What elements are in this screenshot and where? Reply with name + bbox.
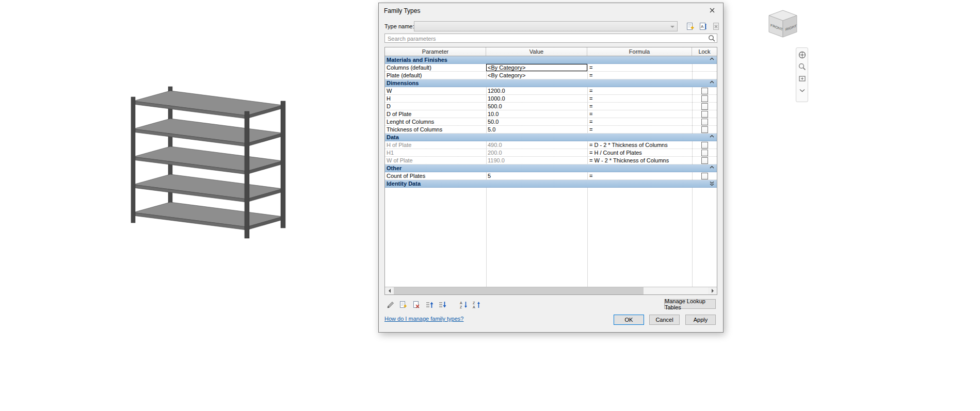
parameter-name[interactable]: H of Plate <box>385 141 486 149</box>
parameter-value[interactable]: <By Category> <box>486 64 587 71</box>
parameter-formula[interactable]: = D - 2 * Thickness of Columns <box>587 141 692 149</box>
parameter-name[interactable]: Thickness of Columns <box>385 126 486 133</box>
section-header-data[interactable]: Data <box>385 134 717 141</box>
parameter-formula[interactable]: = <box>587 118 692 125</box>
lock-checkbox[interactable] <box>701 126 708 133</box>
parameter-formula[interactable]: = <box>587 95 692 102</box>
parameter-name[interactable]: W of Plate <box>385 157 486 164</box>
param-row-w: W1200.0= <box>385 87 717 95</box>
type-name-combobox <box>414 21 678 31</box>
chevron-down-icon[interactable] <box>797 86 807 95</box>
parameter-formula[interactable]: = W - 2 * Thickness of Columns <box>587 157 692 164</box>
new-type-button[interactable] <box>685 21 696 31</box>
zoom-icon[interactable] <box>797 62 807 71</box>
parameter-value[interactable]: 1190.0 <box>486 157 587 164</box>
header-lock[interactable]: Lock <box>692 47 717 56</box>
lock-checkbox[interactable] <box>701 157 708 164</box>
expanded-chevron-icon[interactable] <box>710 80 714 84</box>
section-header-materials-and-finishes[interactable]: Materials and Finishes <box>385 56 717 64</box>
delete-type-button[interactable] <box>711 21 721 31</box>
rename-type-icon: A <box>699 22 708 31</box>
parameter-formula[interactable]: = <box>587 172 692 179</box>
lock-checkbox[interactable] <box>701 95 708 102</box>
scroll-thumb[interactable] <box>394 287 644 294</box>
steering-wheel-icon[interactable] <box>797 50 807 59</box>
svg-text:A: A <box>460 301 462 305</box>
sort-ascending-button[interactable]: A Z <box>458 300 469 310</box>
parameter-value[interactable]: 5 <box>486 172 587 179</box>
search-input[interactable] <box>387 35 708 43</box>
parameter-formula[interactable]: = <box>587 110 692 118</box>
expanded-chevron-icon[interactable] <box>710 57 714 60</box>
parameter-value[interactable]: 50.0 <box>486 118 587 125</box>
dialog-titlebar[interactable]: Family Types <box>379 3 723 18</box>
parameter-value[interactable]: 500.0 <box>486 103 587 110</box>
move-up-button[interactable] <box>424 300 435 310</box>
parameter-formula[interactable]: = <box>587 72 692 79</box>
section-title: Other <box>385 165 401 171</box>
parameter-name[interactable]: W <box>385 87 486 94</box>
param-row-count-of-plates: Count of Plates5= <box>385 172 717 180</box>
parameter-name[interactable]: D of Plate <box>385 110 486 118</box>
param-row-h-of-plate: H of Plate490.0= D - 2 * Thickness of Co… <box>385 141 717 149</box>
cancel-button[interactable]: Cancel <box>649 315 680 325</box>
header-value[interactable]: Value <box>486 47 587 56</box>
apply-button[interactable]: Apply <box>685 315 716 325</box>
horizontal-scrollbar[interactable] <box>385 287 717 294</box>
parameter-value[interactable]: 1200.0 <box>486 87 587 94</box>
parameter-value[interactable]: 10.0 <box>486 110 587 118</box>
expanded-chevron-icon[interactable] <box>710 166 714 169</box>
svg-text:A: A <box>473 305 475 309</box>
scroll-left-button[interactable] <box>385 287 394 294</box>
new-parameter-button[interactable] <box>398 300 409 310</box>
parameter-name[interactable]: Count of Plates <box>385 172 486 179</box>
parameter-table: Parameter Value Formula Lock Materials a… <box>384 47 717 295</box>
parameter-formula[interactable]: = <box>587 126 692 133</box>
close-button[interactable] <box>703 5 721 16</box>
sort-descending-button[interactable]: Z A <box>471 300 481 310</box>
lock-checkbox[interactable] <box>701 142 708 149</box>
parameter-formula[interactable]: = H / Count of Plates <box>587 149 692 156</box>
parameter-name[interactable]: Lenght of Columns <box>385 118 486 125</box>
parameter-formula[interactable]: = <box>587 103 692 110</box>
parameter-value[interactable]: <By Category> <box>486 72 587 79</box>
parameter-name[interactable]: Plate (default) <box>385 72 486 79</box>
parameter-name[interactable]: Columns (default) <box>385 64 486 71</box>
header-parameter[interactable]: Parameter <box>385 47 486 56</box>
parameter-value[interactable]: 1000.0 <box>486 95 587 102</box>
search-icon[interactable] <box>708 35 716 43</box>
lock-checkbox[interactable] <box>701 173 708 179</box>
lock-checkbox[interactable] <box>701 150 708 156</box>
manage-lookup-tables-button[interactable]: Manage Lookup Tables <box>664 299 716 309</box>
help-link[interactable]: How do I manage family types? <box>384 316 463 322</box>
move-down-button[interactable] <box>437 300 447 310</box>
delete-parameter-button[interactable] <box>411 300 422 310</box>
lock-checkbox[interactable] <box>701 88 708 94</box>
lock-checkbox[interactable] <box>701 119 708 125</box>
rename-type-button[interactable]: A <box>698 21 709 31</box>
collapsed-double-chevron-icon[interactable] <box>710 181 714 186</box>
header-formula[interactable]: Formula <box>587 47 692 56</box>
lock-checkbox[interactable] <box>701 103 708 110</box>
shelf-3d-model[interactable] <box>129 85 294 245</box>
scroll-right-button[interactable] <box>708 287 717 294</box>
expanded-chevron-icon[interactable] <box>710 135 714 138</box>
parameter-formula[interactable]: = <box>587 87 692 94</box>
table-body: Materials and FinishesColumns (default)<… <box>385 56 717 287</box>
ok-button[interactable]: OK <box>614 315 644 325</box>
lock-checkbox[interactable] <box>701 111 708 118</box>
parameter-name[interactable]: D <box>385 103 486 110</box>
parameter-name[interactable]: H <box>385 95 486 102</box>
parameter-value[interactable]: 5.0 <box>486 126 587 133</box>
viewcube[interactable]: FRONT RIGHT <box>766 7 801 41</box>
parameter-value[interactable]: 490.0 <box>486 141 587 149</box>
section-header-identity-data[interactable]: Identity Data <box>385 180 717 188</box>
parameter-name[interactable]: H1 <box>385 149 486 156</box>
param-row-w-of-plate: W of Plate1190.0= W - 2 * Thickness of C… <box>385 157 717 165</box>
edit-parameter-button[interactable] <box>385 300 396 310</box>
section-header-other[interactable]: Other <box>385 165 717 172</box>
pan-icon[interactable] <box>797 74 807 83</box>
parameter-value[interactable]: 200.0 <box>486 149 587 156</box>
parameter-formula[interactable]: = <box>587 64 692 71</box>
section-header-dimensions[interactable]: Dimensions <box>385 79 717 87</box>
